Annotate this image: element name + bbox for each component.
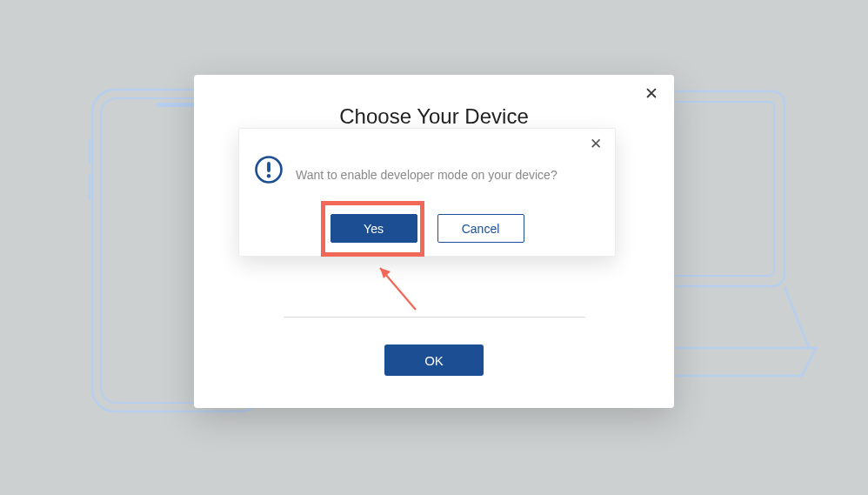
- info-icon: [254, 155, 284, 184]
- confirm-dialog: ✕ Want to enable developer mode on your …: [238, 128, 616, 257]
- svg-point-11: [267, 174, 270, 177]
- svg-rect-2: [157, 103, 197, 107]
- confirm-message: Want to enable developer mode on your de…: [296, 168, 558, 182]
- yes-button[interactable]: Yes: [331, 214, 417, 243]
- svg-line-8: [785, 287, 809, 348]
- choose-device-modal: ✕ Choose Your Device ✕ Want to enable de…: [194, 75, 674, 408]
- close-icon[interactable]: ✕: [587, 136, 604, 153]
- ok-button[interactable]: OK: [384, 344, 484, 376]
- svg-rect-10: [267, 162, 270, 172]
- divider: [284, 317, 585, 318]
- cancel-button[interactable]: Cancel: [437, 214, 524, 243]
- confirm-button-row: Yes Cancel: [239, 214, 615, 243]
- modal-title: Choose Your Device: [194, 104, 674, 129]
- close-icon[interactable]: ✕: [642, 84, 661, 104]
